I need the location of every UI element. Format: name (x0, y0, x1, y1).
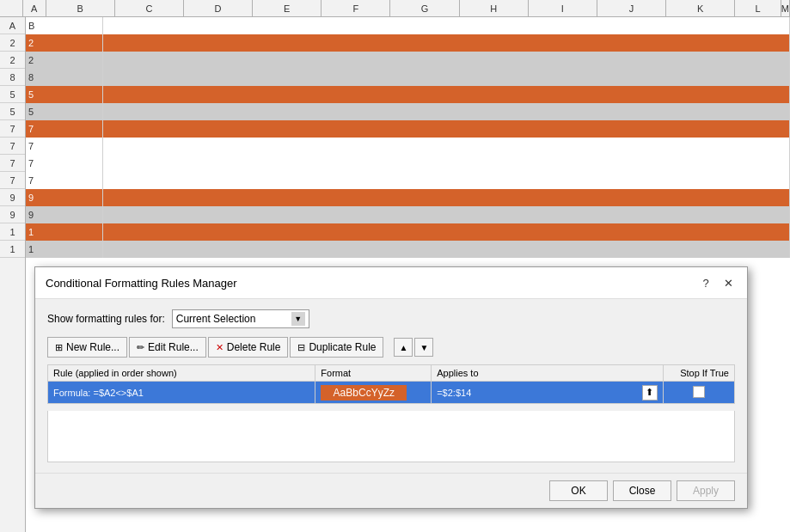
cell-rest1 (103, 17, 790, 34)
row-num-11: 9 (0, 189, 25, 206)
move-down-button[interactable]: ▼ (414, 338, 433, 357)
close-icon-button[interactable]: ✕ (720, 274, 737, 291)
duplicate-rule-icon: ⊟ (297, 342, 305, 353)
toolbar: ⊞ New Rule... ✏ Edit Rule... ✕ Delete Ru… (47, 337, 735, 358)
applies-expand-button[interactable]: ⬆ (642, 385, 658, 401)
dropdown-current-value: Current Selection (176, 313, 291, 325)
row-numbers: A 2 2 8 5 5 7 7 7 7 9 9 1 1 (0, 17, 26, 532)
cell-rest3 (103, 52, 790, 69)
show-rules-dropdown[interactable]: Current Selection ▼ (172, 309, 309, 328)
new-rule-button[interactable]: ⊞ New Rule... (47, 337, 127, 358)
cell-a8[interactable]: 7 (26, 138, 103, 155)
table-row: B (26, 17, 790, 34)
col-header-rule: Rule (applied in order shown) (48, 365, 315, 382)
rule-format-cell: AaBbCcYyZz (315, 382, 432, 404)
table-row: 7 (26, 120, 790, 138)
duplicate-rule-label: Duplicate Rule (309, 341, 376, 353)
col-header-l: L (735, 0, 781, 16)
col-header-m: M (781, 0, 790, 16)
table-row: 2 (26, 34, 790, 52)
applies-to-container: =$2:$14 ⬆ (437, 385, 658, 401)
dialog-titlebar: Conditional Formatting Rules Manager ? ✕ (35, 267, 747, 299)
cell-a6[interactable]: 5 (26, 103, 103, 120)
table-row: 7 (26, 172, 790, 189)
stop-if-true-checkbox[interactable] (693, 386, 705, 398)
cell-a7[interactable]: 7 (26, 120, 103, 138)
col-header-c: C (115, 0, 184, 16)
help-button[interactable]: ? (697, 274, 714, 291)
table-row: 7 (26, 155, 790, 172)
cell-rest14 (103, 241, 790, 258)
edit-rule-icon: ✏ (137, 342, 144, 353)
cell-rest2 (103, 34, 790, 52)
row-num-7: 7 (0, 120, 25, 138)
ok-button[interactable]: OK (549, 480, 608, 501)
cell-a14[interactable]: 1 (26, 241, 103, 258)
stop-if-true-cell (663, 382, 734, 404)
row-num-5: 5 (0, 86, 25, 103)
col-header-i: I (529, 0, 597, 16)
table-row: 5 (26, 86, 790, 103)
col-header-k: K (666, 0, 735, 16)
table-row: 8 (26, 69, 790, 86)
new-rule-icon: ⊞ (55, 342, 63, 353)
cell-rest8 (103, 138, 790, 155)
col-header-format: Format (315, 365, 432, 382)
col-header-e: E (253, 0, 322, 16)
cell-a9[interactable]: 7 (26, 155, 103, 172)
cell-a4[interactable]: 8 (26, 69, 103, 86)
cell-rest12 (103, 206, 790, 223)
row-num-3: 2 (0, 52, 25, 69)
delete-rule-icon: ✕ (216, 342, 224, 353)
cell-rest5 (103, 86, 790, 103)
delete-rule-label: Delete Rule (227, 341, 281, 353)
col-header-rownum (0, 0, 23, 16)
row-num-6: 5 (0, 103, 25, 120)
table-row: 1 (26, 241, 790, 258)
cell-a2[interactable]: 2 (26, 34, 103, 52)
table-row: 9 (26, 206, 790, 223)
col-header-d: D (184, 0, 253, 16)
show-rules-row: Show formatting rules for: Current Selec… (47, 309, 735, 328)
cell-a11[interactable]: 9 (26, 189, 103, 206)
duplicate-rule-button[interactable]: ⊟ Duplicate Rule (290, 337, 383, 358)
row-num-12: 9 (0, 206, 25, 223)
cell-a13[interactable]: 1 (26, 223, 103, 241)
table-row: 1 (26, 223, 790, 241)
rule-row[interactable]: Formula: =$A2<>$A1 AaBbCcYyZz =$2:$14 ⬆ (48, 382, 735, 404)
show-rules-label: Show formatting rules for: (47, 313, 165, 325)
table-header-row: Rule (applied in order shown) Format App… (48, 365, 735, 382)
cell-a12[interactable]: 9 (26, 206, 103, 223)
table-row: 7 (26, 138, 790, 155)
col-header-j: J (597, 0, 666, 16)
dialog-title: Conditional Formatting Rules Manager (46, 277, 237, 290)
cell-rest6 (103, 103, 790, 120)
edit-rule-button[interactable]: ✏ Edit Rule... (129, 337, 206, 358)
table-row: 2 (26, 52, 790, 69)
cell-rest7 (103, 120, 790, 138)
edit-rule-label: Edit Rule... (148, 341, 199, 353)
cell-a10[interactable]: 7 (26, 172, 103, 189)
dialog-body: Show formatting rules for: Current Selec… (35, 299, 747, 473)
row-num-13: 1 (0, 223, 25, 241)
format-preview: AaBbCcYyZz (321, 385, 407, 401)
column-headers: A B C D E F G H I J K L M (0, 0, 790, 17)
cell-rest13 (103, 223, 790, 241)
dialog-close-button[interactable]: Close (613, 480, 671, 501)
apply-button[interactable]: Apply (677, 480, 735, 501)
row-num-4: 8 (0, 69, 25, 86)
cell-a3[interactable]: 2 (26, 52, 103, 69)
cell-rest4 (103, 69, 790, 86)
row-num-8: 7 (0, 138, 25, 155)
spreadsheet: A B C D E F G H I J K L M A 2 2 8 5 5 7 … (0, 0, 790, 532)
col-header-g: G (390, 0, 459, 16)
new-rule-label: New Rule... (66, 341, 119, 353)
cell-rest10 (103, 172, 790, 189)
move-up-button[interactable]: ▲ (394, 338, 413, 357)
cell-a1[interactable]: B (26, 17, 103, 34)
delete-rule-button[interactable]: ✕ Delete Rule (208, 337, 289, 358)
col-header-f: F (322, 0, 390, 16)
conditional-formatting-dialog: Conditional Formatting Rules Manager ? ✕… (34, 266, 748, 509)
cell-a5[interactable]: 5 (26, 86, 103, 103)
cell-rest11 (103, 189, 790, 206)
